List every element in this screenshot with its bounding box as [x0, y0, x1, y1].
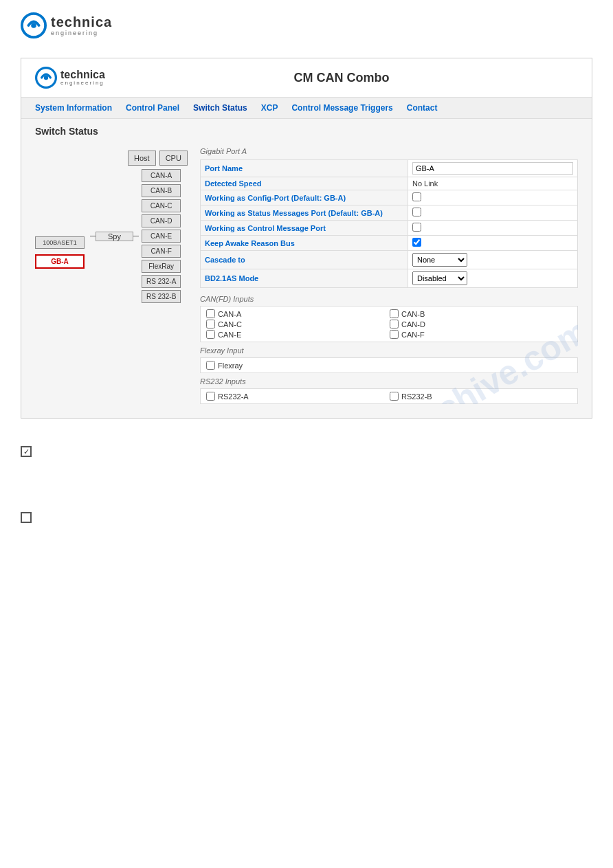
config-port-label: Working as Config-Port (Default: GB-A): [201, 190, 408, 205]
top-logo-text: technica engineering: [51, 15, 112, 36]
right-panel: manualachive.com Gigabit Port A Port Nam…: [200, 147, 578, 404]
nav-item-contact[interactable]: Contact: [407, 103, 438, 113]
bd21as-row: BD2.1AS Mode Disabled: [201, 269, 578, 288]
bd21as-label: BD2.1AS Mode: [201, 269, 408, 288]
spy-connector: Spy: [90, 169, 139, 303]
can-a-label[interactable]: CAN-A: [206, 309, 388, 318]
control-msg-port-row: Working as Control Message Port: [201, 221, 578, 236]
can-f-text: CAN-F: [401, 331, 425, 339]
can-f-label[interactable]: CAN-F: [390, 330, 572, 339]
port-rs232-b[interactable]: RS 232-B: [142, 290, 181, 303]
rs232-title: RS232 Inputs: [200, 377, 578, 386]
switch-diagram: Host CPU 100BASET1 GB-A Spy: [35, 151, 186, 303]
can-d-text: CAN-D: [401, 320, 425, 329]
app-window: technica engineering CM CAN Combo System…: [21, 58, 592, 419]
can-fd-title: CAN(FD) Inputs: [200, 295, 578, 303]
app-header-technica: technica: [60, 69, 105, 80]
control-msg-port-label: Working as Control Message Port: [201, 221, 408, 236]
can-e-label[interactable]: CAN-E: [206, 330, 388, 339]
can-a-text: CAN-A: [218, 310, 241, 318]
bottom-checked-checkbox[interactable]: ✓: [21, 446, 32, 457]
control-msg-port-checkbox[interactable]: [412, 223, 421, 232]
rs232-grid: RS232-A RS232-B: [200, 388, 578, 404]
config-port-checkbox[interactable]: [412, 192, 421, 201]
left-ports-col: 100BASET1 GB-A: [35, 169, 90, 303]
spy-label: Spy: [108, 232, 121, 241]
can-b-label[interactable]: CAN-B: [390, 309, 572, 318]
port-name-label: Port Name: [201, 160, 408, 177]
port-flexray[interactable]: FlexRay: [142, 260, 181, 273]
nav-item-xcp[interactable]: XCP: [261, 103, 278, 113]
flexray-title: Flexray Input: [200, 346, 578, 355]
can-a-checkbox[interactable]: [206, 309, 215, 318]
port-can-d[interactable]: CAN-D: [142, 214, 181, 227]
keep-awake-row: Keep Awake Reason Bus: [201, 236, 578, 251]
rs232-checkboxes: RS232-A RS232-B: [206, 392, 572, 401]
bottom-unchecked-checkbox[interactable]: [21, 512, 32, 523]
flexray-checkbox[interactable]: [206, 361, 215, 370]
can-c-text: CAN-C: [218, 320, 242, 329]
left-panel: Host CPU 100BASET1 GB-A Spy: [35, 147, 186, 404]
rs232a-label[interactable]: RS232-A: [206, 392, 388, 401]
port-section-title: Gigabit Port A: [200, 147, 578, 155]
nav-item-control-message-triggers[interactable]: Control Message Triggers: [291, 103, 392, 113]
nav-item-switch-status[interactable]: Switch Status: [193, 103, 247, 113]
top-logo-engineering: engineering: [51, 30, 112, 36]
control-msg-port-value: [408, 221, 577, 236]
port-can-a[interactable]: CAN-A: [142, 169, 181, 182]
cascade-to-label: Cascade to: [201, 251, 408, 269]
top-logo: technica engineering: [21, 12, 592, 38]
app-header-logo-text: technica engineering: [60, 69, 105, 86]
can-fd-inputs-section: CAN(FD) Inputs CAN-A CAN-B CAN-C: [200, 295, 578, 342]
port-rs232-a[interactable]: RS 232-A: [142, 275, 181, 288]
keep-awake-label: Keep Awake Reason Bus: [201, 236, 408, 251]
top-logo-area: technica engineering: [0, 0, 613, 51]
flexray-label[interactable]: Flexray: [206, 361, 572, 370]
can-c-label[interactable]: CAN-C: [206, 320, 388, 329]
can-d-label[interactable]: CAN-D: [390, 320, 572, 329]
app-title: CM CAN Combo: [293, 71, 389, 85]
rs232a-checkbox[interactable]: [206, 392, 215, 401]
keep-awake-checkbox[interactable]: [412, 238, 421, 247]
host-node: Host: [128, 151, 156, 166]
port-100baset1[interactable]: 100BASET1: [35, 236, 85, 249]
spy-node: Spy: [96, 232, 133, 241]
port-can-e[interactable]: CAN-E: [142, 230, 181, 243]
cascade-to-select[interactable]: None: [412, 253, 467, 267]
rs232-inputs-section: RS232 Inputs RS232-A RS232-B: [200, 377, 578, 404]
nav-item-system-information[interactable]: System Information: [35, 103, 112, 113]
keep-awake-value: [408, 236, 577, 251]
rs232b-label[interactable]: RS232-B: [390, 392, 572, 401]
cascade-to-value: None: [408, 251, 577, 269]
app-logo-icon: [35, 67, 57, 89]
flexray-inputs-section: Flexray Input Flexray: [200, 346, 578, 373]
port-name-input[interactable]: [412, 162, 573, 175]
app-header-logo: technica engineering: [35, 67, 105, 89]
nav-item-control-panel[interactable]: Control Panel: [126, 103, 179, 113]
svg-point-3: [44, 76, 48, 80]
main-content: Host CPU 100BASET1 GB-A Spy: [21, 140, 592, 411]
port-gba[interactable]: GB-A: [35, 254, 85, 269]
can-f-checkbox[interactable]: [390, 330, 399, 339]
app-nav: System Information Control Panel Switch …: [21, 98, 592, 119]
status-msg-port-checkbox[interactable]: [412, 208, 421, 216]
rs232b-checkbox[interactable]: [390, 392, 399, 401]
can-fd-checkboxes: CAN-A CAN-B CAN-C CAN-D CAN-E: [206, 309, 572, 339]
top-logo-technica: technica: [51, 15, 112, 29]
port-can-b[interactable]: CAN-B: [142, 184, 181, 197]
rs232a-text: RS232-A: [218, 392, 249, 401]
can-c-checkbox[interactable]: [206, 320, 215, 329]
bd21as-select[interactable]: Disabled: [412, 271, 467, 285]
can-b-checkbox[interactable]: [390, 309, 399, 318]
port-name-value: [408, 160, 577, 177]
bottom-unchecked-item: [21, 512, 592, 523]
can-fd-grid: CAN-A CAN-B CAN-C CAN-D CAN-E: [200, 306, 578, 342]
svg-point-1: [31, 23, 36, 28]
checkmark-icon: ✓: [23, 447, 30, 456]
right-ports-col: CAN-A CAN-B CAN-C CAN-D CAN-E CAN-F Flex…: [142, 169, 181, 303]
port-can-f[interactable]: CAN-F: [142, 245, 181, 258]
can-d-checkbox[interactable]: [390, 320, 399, 329]
can-e-checkbox[interactable]: [206, 330, 215, 339]
bd21as-value: Disabled: [408, 269, 577, 288]
port-can-c[interactable]: CAN-C: [142, 199, 181, 212]
